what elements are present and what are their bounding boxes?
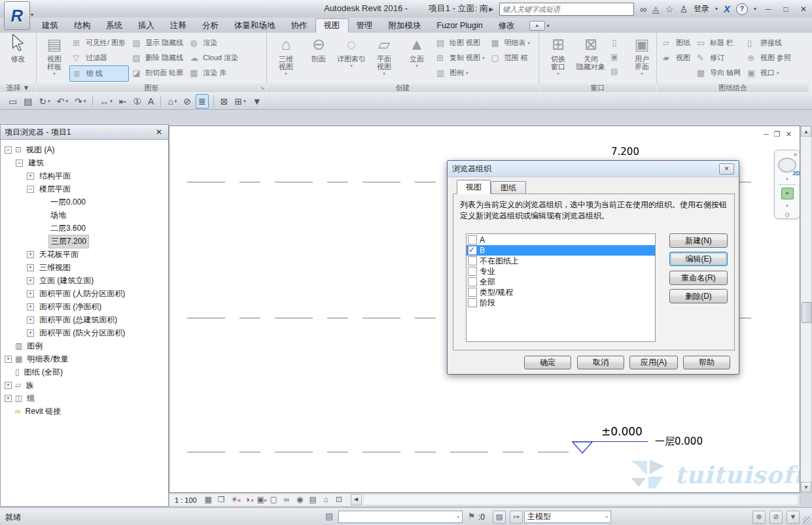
qat-button[interactable]: ⌂ ▾ bbox=[166, 95, 179, 108]
view-control-icon[interactable]: ∞ bbox=[281, 494, 293, 505]
organization-list-item[interactable]: B bbox=[467, 245, 655, 256]
dialog-tab-sheets[interactable]: 图纸 bbox=[491, 181, 526, 194]
dialog-launcher-icon[interactable]: ↘ bbox=[260, 84, 264, 92]
organization-list-item[interactable]: 类型/规程 bbox=[467, 287, 655, 297]
ribbon-tab[interactable]: Fuzor Plugin bbox=[429, 18, 491, 33]
ribbon-big-button[interactable]: ▲ 立面 ▾ bbox=[400, 34, 433, 82]
delete-button[interactable]: 删除(D) bbox=[669, 289, 728, 303]
expand-search-icon[interactable]: ▶ bbox=[489, 1, 493, 18]
ok-button[interactable]: 确定 bbox=[524, 356, 571, 369]
signin-user-icon[interactable]: ♙ bbox=[679, 1, 688, 18]
communication-center-icon[interactable]: ◬ bbox=[652, 1, 660, 18]
checkbox-icon[interactable] bbox=[468, 235, 477, 245]
ribbon-small-button[interactable]: ▭ 标题 栏 bbox=[694, 35, 744, 50]
ribbon-small-button[interactable]: ▢ 范围 框 bbox=[488, 50, 534, 65]
ribbon-big-button[interactable]: ⊞ 切换 窗口 ▾ bbox=[542, 34, 574, 82]
apply-button[interactable]: 应用(A) bbox=[629, 356, 678, 369]
select-group-label[interactable]: 选择 ▼ bbox=[0, 84, 36, 92]
project-browser-titlebar[interactable]: 项目浏览器 - 项目1 ✕ bbox=[1, 125, 168, 140]
ribbon-tab[interactable]: 管理 bbox=[349, 18, 381, 33]
dialog-close-icon[interactable]: ✕ bbox=[719, 163, 734, 175]
application-menu-caret-icon[interactable]: ▾ bbox=[31, 12, 33, 18]
tree-item[interactable]: + 三维视图 bbox=[1, 261, 168, 274]
ribbon-tab[interactable]: 注释 bbox=[162, 18, 194, 33]
tree-item[interactable]: 二层3.600 bbox=[1, 222, 168, 235]
ribbon-tab[interactable]: 分析 bbox=[194, 18, 226, 33]
ribbon-tab[interactable]: 体量和场地 bbox=[226, 18, 283, 33]
ribbon-small-button[interactable]: ▽ 过滤器 bbox=[69, 50, 129, 65]
tree-expander-icon[interactable]: + bbox=[27, 316, 34, 324]
tree-item[interactable]: − 建筑 bbox=[1, 156, 168, 169]
help-button[interactable]: 帮助 bbox=[683, 356, 730, 369]
tree-item[interactable]: + 面积平面 (总建筑面积) bbox=[1, 313, 168, 326]
maximize-button[interactable]: □ bbox=[780, 5, 792, 14]
ribbon-mini-button[interactable]: ▣ bbox=[609, 51, 620, 63]
qat-button[interactable]: ≣ bbox=[196, 94, 209, 109]
tree-expander-icon[interactable]: + bbox=[27, 173, 34, 180]
ribbon-big-button[interactable]: ⌂ 三维 视图 ▾ bbox=[270, 34, 302, 82]
qat-button[interactable] bbox=[160, 95, 161, 107]
view-minimize-icon[interactable]: ─ bbox=[764, 130, 769, 139]
ribbon-big-button[interactable]: ⊠ 关闭 隐藏对象 bbox=[574, 34, 607, 82]
ribbon-small-button[interactable]: ≣ 细 线 bbox=[69, 65, 129, 82]
view-control-icon[interactable]: ⌂ bbox=[320, 494, 332, 505]
checkbox-icon[interactable] bbox=[468, 277, 477, 286]
ribbon-tab[interactable]: 修改 bbox=[491, 18, 523, 33]
view-control-icon[interactable]: ▣ bbox=[255, 494, 267, 505]
qat-button[interactable]: ▤ bbox=[22, 95, 34, 108]
organization-list-item[interactable]: A bbox=[467, 235, 655, 245]
tree-item[interactable]: 场地 bbox=[1, 209, 168, 222]
design-option-dropdown[interactable]: 主模型 ▾ bbox=[524, 511, 611, 523]
project-browser-close-icon[interactable]: ✕ bbox=[154, 127, 164, 137]
status-toggle-icon[interactable]: ⊕ bbox=[752, 511, 766, 524]
ribbon-tab[interactable]: 系统 bbox=[98, 18, 130, 33]
organization-list[interactable]: A B 不在图纸上 专业 全部 bbox=[466, 233, 656, 342]
navbar-collapse-icon[interactable]: ⊖ bbox=[785, 211, 790, 218]
scroll-left-icon[interactable]: ◀ bbox=[351, 494, 362, 505]
tree-item[interactable]: − 楼层平面 bbox=[1, 182, 168, 195]
ribbon-display-toggle-icon[interactable]: ▲ bbox=[529, 21, 545, 31]
qat-button[interactable]: ↶ ▾ bbox=[55, 95, 70, 108]
tree-expander-icon[interactable]: + bbox=[27, 330, 34, 337]
ribbon-small-button[interactable]: ▦ 明细表 ▾ bbox=[488, 35, 534, 50]
signin-label[interactable]: 登录 bbox=[694, 3, 709, 14]
tree-expander-icon[interactable]: − bbox=[16, 160, 23, 167]
ribbon-small-button[interactable]: ▣ 视口 ▾ bbox=[744, 65, 794, 80]
active-option-only-icon[interactable]: ↦ bbox=[510, 511, 523, 524]
scroll-up-icon[interactable]: ▲ bbox=[801, 126, 811, 137]
tree-expander-icon[interactable]: + bbox=[5, 395, 12, 402]
qat-button[interactable]: ▼ bbox=[251, 95, 264, 108]
view-close-icon[interactable]: ✕ bbox=[786, 130, 792, 139]
tree-item[interactable]: + 立面 (建筑立面) bbox=[1, 274, 168, 287]
tree-expander-icon[interactable]: + bbox=[27, 290, 34, 297]
dialog-titlebar[interactable]: 浏览器组织 ✕ bbox=[448, 161, 739, 177]
tree-item[interactable]: + ◫ 组 bbox=[1, 392, 168, 405]
ribbon-small-button[interactable]: ▱ 图纸 bbox=[660, 35, 694, 50]
organization-list-item[interactable]: 全部 bbox=[467, 277, 655, 287]
application-menu-button[interactable]: R bbox=[4, 1, 30, 30]
ribbon-small-button[interactable]: ▤ 绘图 视图 bbox=[433, 35, 488, 50]
view-scale-button[interactable]: 1 : 100 bbox=[169, 496, 202, 504]
zoom-region-icon[interactable]: + bbox=[781, 188, 794, 199]
ribbon-small-button[interactable]: ▨ 删除 隐藏线 bbox=[129, 50, 186, 65]
horizontal-scrollbar[interactable] bbox=[363, 494, 798, 505]
ribbon-big-button[interactable]: ▱ 平面 视图 ▾ bbox=[368, 34, 400, 82]
tree-item[interactable]: + ▱ 族 bbox=[1, 379, 168, 392]
tree-item[interactable]: 三层7.200 bbox=[1, 235, 168, 248]
level-head-triangle-icon[interactable] bbox=[572, 441, 593, 454]
minimize-button[interactable]: ─ bbox=[762, 5, 774, 14]
rename-button[interactable]: 重命名(R) bbox=[669, 271, 728, 285]
ribbon-small-button[interactable]: ☁ Cloud 渲染 bbox=[186, 50, 241, 65]
tree-item[interactable]: ▥ 图例 bbox=[1, 339, 168, 352]
ribbon-tab[interactable]: 附加模块 bbox=[381, 18, 429, 33]
tree-expander-icon[interactable]: + bbox=[27, 251, 34, 258]
qat-button[interactable]: ⊠ bbox=[219, 95, 230, 108]
tree-expander-icon[interactable]: + bbox=[27, 264, 34, 271]
view-control-icon[interactable]: ▦ bbox=[202, 494, 215, 505]
tree-item[interactable]: 一层0.000 bbox=[1, 195, 168, 209]
qat-button[interactable]: ① bbox=[131, 95, 143, 108]
ribbon-small-button[interactable]: ⊞ 复制 视图 ▾ bbox=[433, 50, 488, 65]
qat-button[interactable] bbox=[92, 95, 93, 107]
view-control-icon[interactable]: ◉ bbox=[294, 494, 306, 505]
tree-item[interactable]: + 天花板平面 bbox=[1, 248, 168, 261]
